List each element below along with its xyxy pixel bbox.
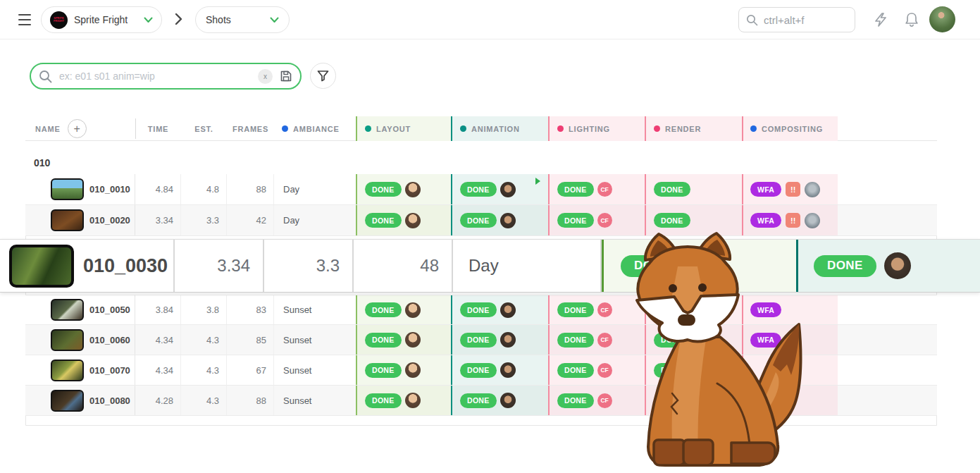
filler-cell bbox=[838, 295, 937, 324]
assignee-avatar[interactable] bbox=[500, 182, 516, 197]
compositing-cell[interactable]: WFA!! bbox=[742, 174, 838, 204]
assignee-avatar[interactable] bbox=[500, 332, 516, 348]
render-cell[interactable]: DONE bbox=[645, 174, 742, 204]
est-cell: 3.3 bbox=[181, 205, 227, 235]
shot-thumbnail[interactable] bbox=[51, 329, 84, 351]
chevron-down-icon bbox=[144, 17, 153, 23]
shot-filter-input[interactable]: ex: e01 s01 anim=wip x bbox=[30, 63, 302, 90]
status-badge: WFA bbox=[750, 182, 781, 197]
assignee-avatar[interactable] bbox=[405, 213, 421, 228]
user-avatar[interactable] bbox=[929, 6, 955, 32]
assignee-avatar[interactable] bbox=[405, 393, 421, 408]
page-selector[interactable]: Shots bbox=[195, 6, 290, 33]
add-column-button[interactable]: + bbox=[68, 119, 87, 138]
shot-thumbnail[interactable] bbox=[51, 178, 84, 200]
filler-cell bbox=[838, 386, 937, 415]
shot-name[interactable]: 010_0080 bbox=[89, 395, 130, 406]
ambiance-cell[interactable]: Sunset bbox=[274, 295, 356, 324]
assignee-avatar[interactable] bbox=[884, 252, 911, 279]
lighting-cell[interactable]: DONECF bbox=[548, 174, 645, 204]
est-cell: 4.3 bbox=[181, 355, 227, 385]
global-search-placeholder: ctrl+alt+f bbox=[764, 14, 805, 26]
animation-cell[interactable]: DONE bbox=[451, 205, 548, 235]
shot-thumbnail[interactable] bbox=[51, 209, 84, 231]
assignee-avatar[interactable] bbox=[405, 362, 421, 378]
column-header-animation[interactable]: ANIMATION bbox=[451, 116, 548, 141]
animation-cell[interactable]: DONE bbox=[451, 355, 548, 385]
shot-name[interactable]: 010_0030 bbox=[83, 255, 168, 277]
sequence-group-label: 010 bbox=[34, 157, 50, 168]
ambiance-cell[interactable]: Sunset bbox=[274, 386, 356, 415]
animation-cell[interactable]: DONE bbox=[451, 325, 548, 355]
shot-thumbnail[interactable] bbox=[51, 390, 84, 412]
assignee-avatar[interactable] bbox=[405, 182, 421, 197]
shot-thumbnail[interactable] bbox=[51, 360, 84, 381]
animation-cell[interactable]: DONE bbox=[796, 240, 980, 292]
est-cell: 4.3 bbox=[181, 325, 227, 355]
frames-cell: 85 bbox=[227, 325, 274, 355]
assignee-initials-avatar: CF bbox=[597, 182, 612, 197]
assignee-avatar[interactable] bbox=[500, 362, 516, 378]
assignee-avatar[interactable] bbox=[500, 393, 516, 408]
animation-cell[interactable]: DONE bbox=[451, 386, 548, 415]
layout-dot bbox=[365, 125, 371, 132]
status-badge: DONE bbox=[557, 182, 594, 197]
compositing-dot bbox=[750, 125, 757, 132]
ambiance-cell[interactable]: Day bbox=[274, 205, 356, 235]
layout-cell[interactable]: DONE bbox=[356, 295, 451, 324]
shot-name[interactable]: 010_0050 bbox=[89, 305, 130, 315]
project-selector[interactable]: SPRITE FRIGHT Sprite Fright bbox=[41, 6, 162, 33]
ambiance-cell[interactable]: Day bbox=[453, 240, 602, 292]
flash-actions-icon[interactable] bbox=[872, 11, 889, 28]
layout-cell[interactable]: DONE bbox=[356, 174, 451, 204]
shot-name[interactable]: 010_0020 bbox=[89, 215, 130, 226]
assignee-avatar[interactable] bbox=[805, 182, 820, 197]
frames-cell: 42 bbox=[227, 205, 274, 235]
save-filter-icon[interactable] bbox=[280, 70, 292, 82]
layout-cell[interactable]: DONE bbox=[356, 386, 451, 415]
breadcrumb-separator-icon bbox=[175, 13, 182, 25]
layout-cell[interactable]: DONE bbox=[356, 205, 451, 235]
column-header-ambiance[interactable]: AMBIANCE bbox=[282, 116, 340, 141]
status-badge: DONE bbox=[557, 363, 594, 378]
column-header-compositing[interactable]: COMPOSITING bbox=[742, 116, 838, 141]
column-header-frames[interactable]: FRAMES bbox=[227, 116, 274, 141]
ambiance-cell[interactable]: Day bbox=[274, 174, 356, 204]
notifications-bell-icon[interactable] bbox=[904, 11, 919, 28]
frames-cell: 83 bbox=[227, 295, 274, 324]
column-header-layout[interactable]: LAYOUT bbox=[356, 116, 451, 141]
layout-cell[interactable]: DONE bbox=[356, 325, 451, 355]
column-header-time[interactable]: TIME bbox=[135, 116, 181, 141]
ambiance-cell[interactable]: Sunset bbox=[274, 355, 356, 385]
filler-cell bbox=[838, 174, 937, 204]
global-search-input[interactable]: ctrl+alt+f bbox=[738, 7, 855, 32]
time-cell: 4.28 bbox=[135, 386, 181, 415]
assignee-avatar[interactable] bbox=[405, 302, 421, 318]
layout-cell[interactable]: DONE bbox=[356, 355, 451, 385]
assignee-avatar[interactable] bbox=[500, 213, 516, 228]
column-header-est[interactable]: EST. bbox=[181, 116, 227, 141]
column-header-render[interactable]: RENDER bbox=[645, 116, 742, 141]
column-header-name[interactable]: NAME bbox=[35, 116, 61, 141]
shot-thumbnail[interactable] bbox=[9, 245, 74, 288]
assignee-avatar[interactable] bbox=[805, 213, 820, 228]
assignee-avatar[interactable] bbox=[405, 332, 421, 348]
column-header-lighting[interactable]: LIGHTING bbox=[548, 116, 645, 141]
filter-placeholder: ex: e01 s01 anim=wip bbox=[59, 70, 251, 82]
filler-cell bbox=[838, 325, 937, 355]
shot-name[interactable]: 010_0060 bbox=[89, 335, 130, 345]
animation-cell[interactable]: DONE bbox=[451, 295, 548, 324]
time-cell: 3.34 bbox=[135, 205, 181, 235]
shot-name[interactable]: 010_0070 bbox=[89, 365, 130, 376]
est-cell: 4.3 bbox=[181, 386, 227, 415]
shot-name[interactable]: 010_0010 bbox=[89, 184, 130, 195]
hamburger-menu-icon[interactable] bbox=[18, 14, 31, 25]
clear-filter-button[interactable]: x bbox=[258, 69, 273, 84]
assignee-avatar[interactable] bbox=[500, 302, 516, 318]
status-badge: DONE bbox=[557, 333, 594, 348]
shot-thumbnail[interactable] bbox=[51, 299, 84, 321]
animation-cell[interactable]: DONE bbox=[451, 174, 548, 204]
ambiance-cell[interactable]: Sunset bbox=[274, 325, 356, 355]
status-badge: DONE bbox=[460, 182, 497, 197]
filter-button[interactable] bbox=[310, 63, 336, 89]
